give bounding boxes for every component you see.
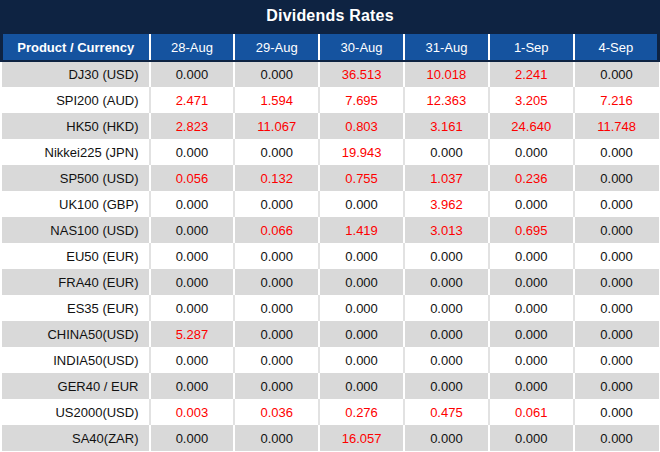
dividend-value-cell: 3.962 [404, 191, 489, 217]
table-row: HK50 (HKD)2.82311.0670.8033.16124.64011.… [2, 113, 659, 139]
table-row: SPI200 (AUD)2.4711.5947.69512.3633.2057.… [2, 87, 659, 113]
dividend-value-cell: 0.000 [234, 373, 319, 399]
product-cell: Nikkei225 (JPN) [2, 139, 150, 165]
table-row: GER40 / EUR0.0000.0000.0000.0000.0000.00… [2, 373, 659, 399]
dividend-value-cell: 11.067 [234, 113, 319, 139]
page-title: Dividends Rates [0, 0, 660, 32]
dividend-value-cell: 0.000 [150, 425, 235, 451]
dividend-value-cell: 3.205 [489, 87, 574, 113]
dividend-value-cell: 0.000 [234, 191, 319, 217]
dividend-value-cell: 0.000 [234, 61, 319, 87]
dividends-table: Product / Currency 28-Aug 29-Aug 30-Aug … [0, 32, 660, 451]
table-row: FRA40 (EUR)0.0000.0000.0000.0000.0000.00… [2, 269, 659, 295]
dividend-value-cell: 0.000 [234, 269, 319, 295]
table-row: INDIA50(USD)0.0000.0000.0000.0000.0000.0… [2, 347, 659, 373]
dividend-value-cell: 0.000 [319, 269, 404, 295]
dividend-value-cell: 0.695 [489, 217, 574, 243]
dividend-value-cell: 0.276 [319, 399, 404, 425]
dividend-value-cell: 7.695 [319, 87, 404, 113]
product-cell: DJ30 (USD) [2, 61, 150, 87]
dividend-value-cell: 0.000 [574, 347, 659, 373]
dividend-value-cell: 0.000 [150, 191, 235, 217]
dividend-value-cell: 2.471 [150, 87, 235, 113]
dividend-value-cell: 0.000 [489, 139, 574, 165]
dividend-value-cell: 0.000 [489, 243, 574, 269]
dividend-value-cell: 0.000 [574, 61, 659, 87]
dividend-value-cell: 0.000 [574, 139, 659, 165]
table-row: SA40(ZAR)0.0000.00016.0570.0000.0000.000 [2, 425, 659, 451]
dividend-value-cell: 0.000 [489, 295, 574, 321]
dividend-value-cell: 0.236 [489, 165, 574, 191]
dividend-value-cell: 0.000 [234, 243, 319, 269]
dividend-value-cell: 0.132 [234, 165, 319, 191]
product-cell: FRA40 (EUR) [2, 269, 150, 295]
table-row: US2000(USD)0.0030.0360.2760.4750.0610.00… [2, 399, 659, 425]
dividend-value-cell: 1.419 [319, 217, 404, 243]
dividend-value-cell: 0.000 [574, 191, 659, 217]
dividend-value-cell: 2.241 [489, 61, 574, 87]
dividend-value-cell: 0.000 [574, 399, 659, 425]
dividend-value-cell: 0.000 [234, 347, 319, 373]
product-cell: ES35 (EUR) [2, 295, 150, 321]
dividend-value-cell: 0.000 [150, 295, 235, 321]
header-row: Product / Currency 28-Aug 29-Aug 30-Aug … [2, 33, 659, 61]
dividend-value-cell: 0.000 [574, 373, 659, 399]
dividend-value-cell: 0.000 [234, 321, 319, 347]
dividend-value-cell: 11.748 [574, 113, 659, 139]
dividend-value-cell: 0.000 [404, 321, 489, 347]
column-header-date: 31-Aug [404, 33, 489, 61]
dividend-value-cell: 0.000 [234, 295, 319, 321]
dividend-value-cell: 0.000 [150, 373, 235, 399]
dividend-value-cell: 0.003 [150, 399, 235, 425]
column-header-product-currency: Product / Currency [2, 33, 150, 61]
dividend-value-cell: 0.000 [574, 295, 659, 321]
column-header-date: 28-Aug [150, 33, 235, 61]
dividend-value-cell: 0.056 [150, 165, 235, 191]
dividend-value-cell: 0.000 [489, 347, 574, 373]
table-row: ES35 (EUR)0.0000.0000.0000.0000.0000.000 [2, 295, 659, 321]
dividend-value-cell: 0.000 [150, 269, 235, 295]
dividend-value-cell: 0.000 [404, 139, 489, 165]
dividend-value-cell: 0.000 [319, 347, 404, 373]
dividend-value-cell: 0.000 [489, 425, 574, 451]
dividend-value-cell: 0.000 [574, 425, 659, 451]
dividend-value-cell: 7.216 [574, 87, 659, 113]
table-row: UK100 (GBP)0.0000.0000.0003.9620.0000.00… [2, 191, 659, 217]
dividend-value-cell: 0.000 [574, 243, 659, 269]
dividend-value-cell: 36.513 [319, 61, 404, 87]
dividend-value-cell: 12.363 [404, 87, 489, 113]
dividend-value-cell: 0.000 [150, 243, 235, 269]
dividend-value-cell: 0.000 [489, 269, 574, 295]
dividend-value-cell: 0.000 [574, 165, 659, 191]
dividend-value-cell: 0.036 [234, 399, 319, 425]
dividends-rates-panel: Dividends Rates Product / Currency 28-Au… [0, 0, 660, 451]
dividend-value-cell: 0.000 [404, 373, 489, 399]
dividend-value-cell: 0.803 [319, 113, 404, 139]
dividend-value-cell: 0.000 [234, 425, 319, 451]
dividend-value-cell: 0.066 [234, 217, 319, 243]
product-cell: SP500 (USD) [2, 165, 150, 191]
column-header-date: 30-Aug [319, 33, 404, 61]
product-cell: UK100 (GBP) [2, 191, 150, 217]
dividend-value-cell: 0.000 [574, 269, 659, 295]
column-header-date: 4-Sep [574, 33, 659, 61]
dividend-value-cell: 0.000 [574, 217, 659, 243]
dividend-value-cell: 1.594 [234, 87, 319, 113]
dividend-value-cell: 0.000 [489, 191, 574, 217]
column-header-date: 29-Aug [234, 33, 319, 61]
dividend-value-cell: 5.287 [150, 321, 235, 347]
dividend-value-cell: 24.640 [489, 113, 574, 139]
table-row: Nikkei225 (JPN)0.0000.00019.9430.0000.00… [2, 139, 659, 165]
dividend-value-cell: 0.755 [319, 165, 404, 191]
dividend-value-cell: 0.000 [319, 191, 404, 217]
dividend-value-cell: 0.000 [404, 347, 489, 373]
dividend-value-cell: 0.000 [150, 217, 235, 243]
product-cell: GER40 / EUR [2, 373, 150, 399]
dividend-value-cell: 10.018 [404, 61, 489, 87]
product-cell: SA40(ZAR) [2, 425, 150, 451]
table-row: NAS100 (USD)0.0000.0661.4193.0130.6950.0… [2, 217, 659, 243]
dividend-value-cell: 0.000 [150, 347, 235, 373]
table-row: DJ30 (USD)0.0000.00036.51310.0182.2410.0… [2, 61, 659, 87]
product-cell: EU50 (EUR) [2, 243, 150, 269]
dividend-value-cell: 2.823 [150, 113, 235, 139]
